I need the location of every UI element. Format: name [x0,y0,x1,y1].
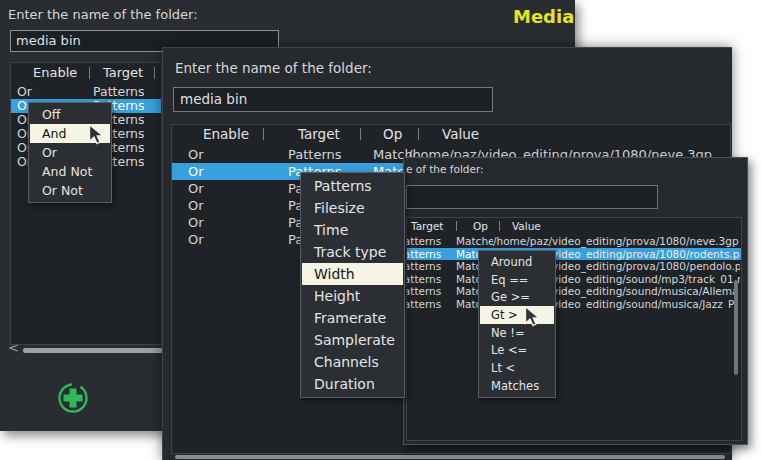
header-value: Value [512,218,541,234]
folder-name-input[interactable] [406,185,658,209]
column-separator [89,67,90,79]
target-context-menu: Patterns Filesize Time Track type Width … [300,172,405,398]
table-row[interactable]: PatternsMatches/home/paz/video_editing/s… [407,285,741,298]
header-value: Value [442,125,479,143]
mouse-cursor-icon [524,306,542,331]
column-separator [456,221,457,231]
menu-item-le[interactable]: Le <= [480,342,554,360]
menu-item-filesize[interactable]: Filesize [302,197,403,219]
op-context-menu: Around Eq == Ge >= Gt > Ne != Le <= Lt <… [478,250,556,398]
table-header: Target Op Value [407,218,741,234]
menu-item-and-not[interactable]: And Not [30,162,110,181]
horizontal-scrollbar[interactable] [23,348,163,353]
table-header: Enable Target [11,63,161,83]
add-filter-button[interactable] [56,381,90,415]
menu-item-eq[interactable]: Eq == [480,271,554,289]
folder-name-label: Enter the name of the folder: [8,7,198,22]
menu-item-height[interactable]: Height [302,285,403,307]
menu-item-around[interactable]: Around [480,253,554,271]
menu-item-patterns[interactable]: Patterns [302,175,403,197]
header-target: Target [411,218,443,234]
menu-item-duration[interactable]: Duration [302,373,403,395]
header-op: Op [383,125,402,143]
media-panel-title: Media [513,6,574,27]
table-row[interactable]: PatternsMatches/home/paz/video_editing/s… [407,273,741,286]
menu-item-gt[interactable]: Gt > [480,306,554,324]
menu-item-time[interactable]: Time [302,219,403,241]
menu-item-or-not[interactable]: Or Not [30,181,110,200]
plus-icon [56,400,90,419]
column-separator [263,128,264,140]
column-separator [418,128,419,140]
header-target: Target [298,125,340,143]
screenshot-collage: Media Enter the name of the folder: medi… [0,0,761,460]
table-header: Enable Target Op Value [172,125,730,143]
table-row[interactable]: OrPatterns [11,85,161,99]
header-target: Target [103,63,143,83]
menu-item-ge[interactable]: Ge >= [480,288,554,306]
menu-item-channels[interactable]: Channels [302,351,403,373]
header-enable: Enable [203,125,249,143]
menu-item-off[interactable]: Off [30,105,110,124]
menu-item-track-type[interactable]: Track type [302,241,403,263]
table-row[interactable]: PatternsMatches/home/paz/video_editing/s… [407,298,741,311]
vertical-scrollbar[interactable] [734,280,738,375]
menu-item-width[interactable]: Width [302,263,403,285]
column-separator [499,221,500,231]
table-row[interactable]: PatternsMatches/home/paz/video_editing/p… [407,260,741,273]
menu-item-lt[interactable]: Lt < [480,359,554,377]
enable-context-menu: Off And Or And Not Or Not [28,102,112,203]
menu-item-ne[interactable]: Ne != [480,324,554,342]
filters-table: Target Op Value PatternsMatches/home/paz… [406,217,742,441]
menu-item-framerate[interactable]: Framerate [302,307,403,329]
header-enable: Enable [33,63,77,83]
menu-item-matches[interactable]: Matches [480,377,554,395]
horizontal-scrollbar[interactable] [175,455,725,459]
front-folder-dialog: e of the folder: Target Op Value Pattern… [403,157,748,445]
column-separator [360,128,361,140]
folder-name-label: e of the folder: [406,163,484,175]
table-row-selected[interactable]: PatternsMatches/home/paz/video_editing/p… [407,248,741,261]
menu-item-samplerate[interactable]: Samplerate [302,329,403,351]
header-op: Op [473,218,488,234]
column-separator [154,67,155,79]
table-row[interactable]: PatternsMatches/home/paz/video_editing/p… [407,235,741,248]
scroll-left-icon[interactable]: < [8,340,19,355]
folder-name-input[interactable]: media bin [173,87,493,112]
folder-name-label: Enter the name of the folder: [175,60,372,76]
mouse-cursor-icon [88,124,106,149]
